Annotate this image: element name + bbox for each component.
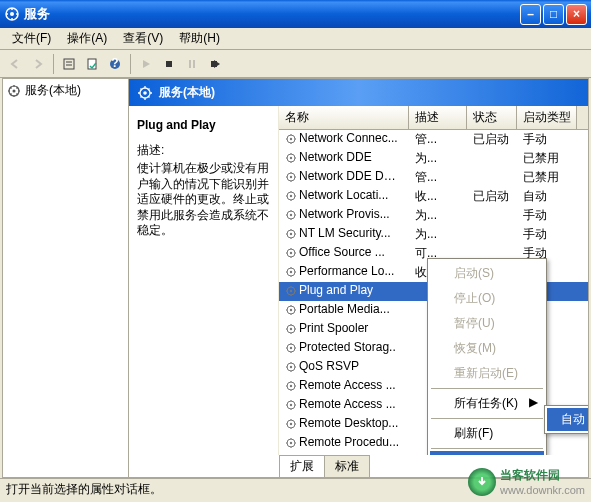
svg-point-41 [290, 366, 292, 368]
svg-rect-8 [166, 61, 172, 67]
title-bar: 服务 – □ × [0, 0, 591, 28]
svg-point-1 [10, 12, 14, 16]
watermark-url: www.downkr.com [500, 484, 585, 496]
tree-root-label: 服务(本地) [25, 82, 81, 99]
description-label: 描述: [137, 142, 270, 159]
properties-button[interactable] [58, 53, 80, 75]
restart-button[interactable] [204, 53, 226, 75]
col-name[interactable]: 名称 [279, 106, 409, 129]
svg-point-25 [290, 214, 292, 216]
service-row[interactable]: Network Locati...收...已启动自动 [279, 187, 588, 206]
menu-file[interactable]: 文件(F) [4, 28, 59, 49]
ctx-resume[interactable]: 恢复(M) [430, 336, 544, 361]
main-area: 服务(本地) 服务(本地) Plug and Play 描述: 使计算机在极少或… [2, 78, 589, 478]
ctx-pause[interactable]: 暂停(U) [430, 311, 544, 336]
tab-standard[interactable]: 标准 [324, 455, 370, 477]
service-row[interactable]: Network Provis...为...手动 [279, 206, 588, 225]
ctx-restart[interactable]: 重新启动(E) [430, 361, 544, 386]
content-header: 服务(本地) [129, 79, 588, 106]
window-title: 服务 [24, 5, 520, 23]
service-list: 名称 描述 状态 启动类型 Network Connec...管...已启动手动… [279, 106, 588, 455]
ctx-properties[interactable]: 属性(R) 自动 [430, 451, 544, 455]
svg-rect-9 [189, 60, 191, 68]
context-menu: 启动(S) 停止(O) 暂停(U) 恢复(M) 重新启动(E) 所有任务(K)▶… [427, 258, 547, 455]
col-status[interactable]: 状态 [467, 106, 517, 129]
ctx-refresh[interactable]: 刷新(F) [430, 421, 544, 446]
gear-icon [285, 304, 297, 316]
back-button[interactable] [4, 53, 26, 75]
menu-bar: 文件(F) 操作(A) 查看(V) 帮助(H) [0, 28, 591, 50]
gear-icon [285, 190, 297, 202]
menu-action[interactable]: 操作(A) [59, 28, 115, 49]
svg-point-29 [290, 252, 292, 254]
gear-icon [285, 266, 297, 278]
tree-root-item[interactable]: 服务(本地) [5, 81, 126, 100]
toolbar: ? [0, 50, 591, 78]
gear-icon [137, 85, 153, 101]
gear-icon [285, 342, 297, 354]
svg-point-43 [290, 385, 292, 387]
start-button[interactable] [135, 53, 157, 75]
col-desc[interactable]: 描述 [409, 106, 467, 129]
service-row[interactable]: Network DDE DSDM管...已禁用 [279, 168, 588, 187]
help-button[interactable]: ? [104, 53, 126, 75]
column-headers: 名称 描述 状态 启动类型 [279, 106, 588, 130]
svg-text:?: ? [111, 57, 118, 70]
svg-point-31 [290, 271, 292, 273]
svg-point-13 [13, 89, 16, 92]
svg-point-39 [290, 347, 292, 349]
stop-button[interactable] [158, 53, 180, 75]
ctx-all-tasks[interactable]: 所有任务(K)▶ [430, 391, 544, 416]
ctx-separator [431, 388, 543, 389]
tab-extended[interactable]: 扩展 [279, 455, 325, 477]
status-text: 打开当前选择的属性对话框。 [6, 482, 162, 496]
forward-button[interactable] [27, 53, 49, 75]
ctx-stop[interactable]: 停止(O) [430, 286, 544, 311]
gear-icon [285, 152, 297, 164]
gear-icon [285, 171, 297, 183]
content-pane: 服务(本地) Plug and Play 描述: 使计算机在极少或没有用户输入的… [129, 79, 588, 477]
watermark-logo-icon [468, 468, 496, 496]
gear-icon [285, 380, 297, 392]
gear-icon [285, 285, 297, 297]
svg-point-17 [290, 138, 292, 140]
service-row[interactable]: NT LM Security...为...手动 [279, 225, 588, 244]
gear-icon [285, 228, 297, 240]
svg-point-33 [290, 290, 292, 292]
svg-rect-10 [193, 60, 195, 68]
ctx-start[interactable]: 启动(S) [430, 261, 544, 286]
maximize-button[interactable]: □ [543, 4, 564, 25]
col-startup[interactable]: 启动类型 [517, 106, 577, 129]
svg-point-15 [143, 91, 147, 95]
menu-view[interactable]: 查看(V) [115, 28, 171, 49]
selected-service-name: Plug and Play [137, 118, 270, 132]
svg-point-45 [290, 404, 292, 406]
minimize-button[interactable]: – [520, 4, 541, 25]
chevron-right-icon: ▶ [529, 395, 538, 409]
svg-rect-2 [64, 59, 74, 69]
toolbar-separator [130, 54, 131, 74]
description-text: 使计算机在极少或没有用户输入的情况下能识别并适应硬件的更改。终止或禁用此服务会造… [137, 161, 270, 239]
export-button[interactable] [81, 53, 103, 75]
gear-icon [285, 323, 297, 335]
close-button[interactable]: × [566, 4, 587, 25]
submenu-auto[interactable]: 自动 [547, 408, 588, 431]
watermark: 当客软件园 www.downkr.com [468, 467, 585, 496]
service-row[interactable]: Network DDE为...已禁用 [279, 149, 588, 168]
gear-icon [7, 84, 21, 98]
detail-pane: Plug and Play 描述: 使计算机在极少或没有用户输入的情况下能识别并… [129, 106, 279, 455]
watermark-text: 当客软件园 [500, 468, 560, 482]
svg-point-49 [290, 442, 292, 444]
gear-icon [285, 209, 297, 221]
gear-icon [285, 399, 297, 411]
gear-icon [285, 133, 297, 145]
svg-point-35 [290, 309, 292, 311]
startup-submenu: 自动 [544, 405, 588, 434]
service-row[interactable]: Network Connec...管...已启动手动 [279, 130, 588, 149]
svg-point-21 [290, 176, 292, 178]
toolbar-separator [53, 54, 54, 74]
ctx-separator [431, 418, 543, 419]
gear-icon [285, 437, 297, 449]
menu-help[interactable]: 帮助(H) [171, 28, 228, 49]
pause-button[interactable] [181, 53, 203, 75]
